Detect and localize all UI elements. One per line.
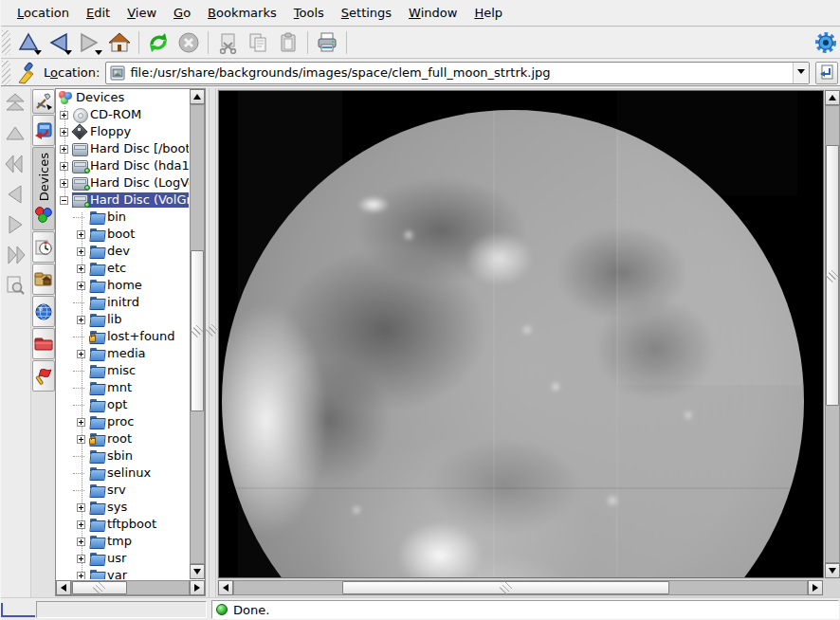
print-button[interactable] (312, 28, 342, 57)
tree-hscroll-thumb[interactable] (72, 581, 127, 594)
tree-item[interactable]: misc (56, 362, 189, 379)
tree-expander[interactable] (77, 264, 85, 273)
tree-item-label[interactable]: sys (106, 500, 130, 515)
tree-expander[interactable] (77, 555, 85, 563)
tree-item[interactable]: Hard Disc [/boot] (56, 140, 189, 157)
tree-item[interactable]: opt (56, 396, 189, 413)
tree-expander[interactable] (77, 401, 85, 410)
sidebar-tab-root-folder[interactable] (32, 328, 55, 359)
tree-item-label[interactable]: home (106, 278, 145, 293)
double-left-button[interactable] (1, 149, 29, 179)
tree-expander[interactable] (77, 538, 85, 546)
tree-item-label[interactable]: Devices (75, 90, 127, 105)
tree-item[interactable]: Hard Disc (VolGrou (56, 191, 189, 209)
stop-button[interactable] (173, 28, 204, 57)
tree-item[interactable]: sbin (56, 447, 189, 465)
tree-expander[interactable] (77, 435, 85, 444)
menu-edit[interactable]: Edit (78, 2, 119, 24)
tree-expander[interactable] (60, 162, 68, 171)
tree-item[interactable]: CD-ROM (56, 106, 189, 123)
forward-dropdown-arrow-icon[interactable] (95, 50, 102, 55)
tree-item[interactable]: var (56, 567, 189, 579)
tree-item-label[interactable]: proc (106, 414, 137, 429)
up-dropdown-arrow-icon[interactable] (34, 50, 42, 55)
tree-item-label[interactable]: var (106, 568, 130, 579)
tree-item[interactable]: tftpboot (56, 516, 189, 533)
toolbar-drag-handle[interactable] (2, 30, 10, 55)
tree-item[interactable]: lib (56, 311, 189, 328)
tree-expander[interactable] (60, 196, 68, 205)
view-scroll-up-button[interactable] (825, 90, 840, 105)
view-scroll-right-button[interactable] (808, 580, 823, 595)
sidebar-tab-devices[interactable]: Devices (32, 147, 55, 230)
tree-expander[interactable] (77, 486, 85, 495)
view-hscroll-thumb[interactable] (342, 581, 669, 594)
tree-item[interactable]: media (56, 345, 189, 362)
up-nav-button[interactable] (1, 119, 29, 149)
tree-expander[interactable] (77, 418, 85, 427)
tree-item-label[interactable]: tftpboot (106, 517, 159, 532)
home-button[interactable] (104, 28, 135, 57)
tree-expander[interactable] (60, 179, 68, 188)
sidebar-configure-button[interactable] (32, 89, 55, 114)
tree-expander[interactable] (77, 384, 85, 392)
tree-item-label[interactable]: media (106, 346, 149, 361)
menu-window[interactable]: Window (400, 2, 466, 24)
tree-expander[interactable] (77, 333, 85, 341)
tree-vscroll-thumb[interactable] (191, 250, 204, 411)
tree-item-label[interactable]: srv (106, 483, 129, 498)
menu-tools[interactable]: Tools (285, 2, 333, 24)
tree-expander[interactable] (77, 230, 85, 239)
tree-item-label[interactable]: sbin (106, 448, 136, 464)
copy-button[interactable] (243, 28, 273, 57)
tree-item[interactable]: lost+found (56, 328, 189, 345)
location-combobox[interactable]: file:/usr/share/backgrounds/images/space… (105, 62, 810, 84)
tree-scroll-down-button[interactable] (190, 564, 205, 579)
view-vscroll-thumb[interactable] (826, 145, 839, 406)
tree-expander[interactable] (77, 247, 85, 256)
tree-item-label[interactable]: bin (106, 210, 129, 225)
tree-item[interactable]: selinux (56, 465, 189, 482)
clear-location-button[interactable] (13, 59, 40, 87)
tree-item-label[interactable]: etc (106, 261, 129, 276)
location-value[interactable]: file:/usr/share/backgrounds/images/space… (130, 65, 550, 80)
menu-go[interactable]: Go (165, 2, 199, 24)
tree-item[interactable]: tmp (56, 533, 189, 550)
tree-expander[interactable] (77, 367, 85, 375)
tree-item[interactable]: dev (56, 243, 189, 260)
tree-item-label[interactable]: Hard Disc (VolGrou (89, 192, 189, 208)
tree-item[interactable]: usr (56, 550, 189, 567)
tree-item-label[interactable]: tmp (106, 534, 135, 549)
sidebar-tab-bookmarks[interactable] (32, 360, 55, 392)
tree-item-label[interactable]: misc (106, 363, 138, 378)
menu-view[interactable]: View (119, 2, 165, 24)
tree-expander[interactable] (60, 111, 68, 119)
paste-button[interactable] (273, 28, 303, 57)
left-nav-button[interactable] (1, 179, 29, 210)
tree-expander[interactable] (60, 128, 68, 137)
tree-item[interactable]: Hard Disc (hda1) [/ (56, 157, 189, 174)
tree-item-label[interactable]: lost+found (106, 329, 178, 344)
tree-expander[interactable] (60, 145, 68, 154)
menu-location[interactable]: Location (9, 2, 78, 24)
tree-expander[interactable] (77, 572, 85, 580)
tree-expander[interactable] (77, 452, 85, 461)
sidebar-tab-home[interactable] (32, 264, 55, 295)
sidebar-tab-mediaplayer[interactable] (32, 115, 55, 146)
tree-item[interactable]: initrd (56, 294, 189, 311)
tree-item[interactable]: bin (56, 209, 189, 226)
tree-item-label[interactable]: usr (106, 551, 129, 566)
tree-scroll-up-button[interactable] (190, 89, 205, 104)
tree-item-label[interactable]: selinux (106, 465, 154, 481)
tree-expander[interactable] (77, 213, 85, 222)
tree-item[interactable]: boot (56, 226, 189, 243)
double-right-button[interactable] (1, 240, 29, 270)
double-up-button[interactable] (1, 88, 29, 119)
cut-button[interactable] (212, 28, 243, 57)
view-scroll-down-button[interactable] (825, 563, 840, 578)
panel-splitter[interactable] (209, 88, 216, 597)
view-scroll-left-button[interactable] (218, 580, 233, 595)
tree-item[interactable]: etc (56, 260, 189, 277)
reload-button[interactable] (143, 28, 173, 57)
sidebar-tab-network[interactable] (32, 296, 55, 327)
